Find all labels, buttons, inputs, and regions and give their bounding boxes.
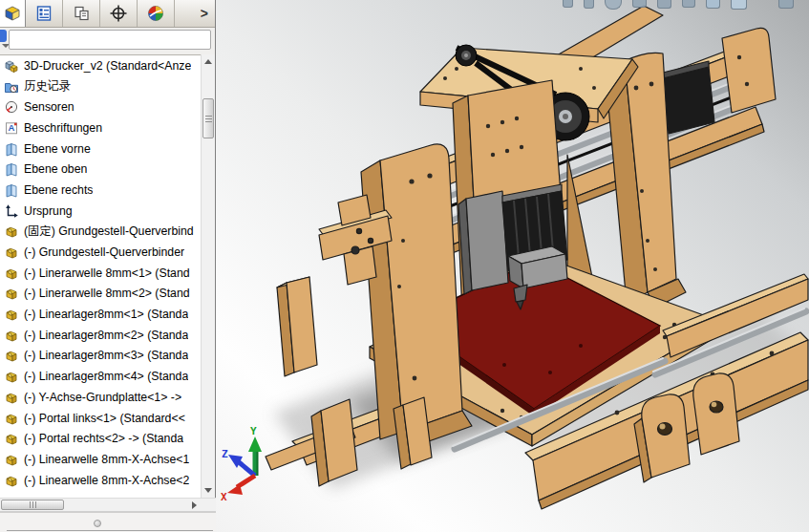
tree-item-sensors[interactable]: Sensoren — [0, 96, 215, 117]
tree-item-label: 历史记录 — [24, 78, 71, 95]
tree-item-part[interactable]: (-) Linearlager8mm<1> (Standa — [0, 304, 215, 325]
y-motor — [663, 61, 714, 134]
splitter-line — [7, 530, 213, 531]
tree-item-label: (固定) Grundgestell-Querverbind — [24, 223, 194, 240]
tab-dimxpert[interactable] — [100, 0, 138, 27]
feature-manager-panel: > 3D-Drucker_v2 (Standard<Anze 历史记录 Sens… — [0, 0, 216, 532]
display-manager-icon — [146, 4, 165, 23]
tree-item-assembly[interactable]: 3D-Drucker_v2 (Standard<Anze — [0, 55, 215, 76]
display-style-icon[interactable] — [778, 0, 794, 9]
scroll-right-icon[interactable] — [187, 499, 202, 511]
tree-item-part[interactable]: (-) Linearlager8mm<3> (Standa — [0, 346, 215, 367]
tree-item-part[interactable]: (-) Portal links<1> (Standard<< — [0, 408, 215, 429]
tab-property-manager[interactable] — [26, 0, 63, 27]
tree-horizontal-scrollbar[interactable] — [0, 498, 216, 512]
part-icon — [4, 307, 19, 322]
dimxpert-icon — [109, 4, 128, 23]
tree-item-history[interactable]: 历史记录 — [0, 76, 215, 97]
toolbar-icon[interactable] — [563, 0, 573, 8]
triad-z-label: Z — [222, 448, 228, 460]
tree-filter-input[interactable] — [9, 30, 211, 50]
tree-item-label: (-) Linearwelle 8mm-X-Achse<1 — [24, 453, 189, 466]
tree-item-label: Ebene oben — [24, 162, 87, 176]
tree-item-part[interactable]: (-) Y-Achse-Grundplatte<1> -> — [0, 387, 215, 408]
tree-item-label: Sensoren — [24, 100, 75, 114]
tree-item-label: (-) Portal links<1> (Standard<< — [24, 412, 185, 425]
solidworks-window: > 3D-Drucker_v2 (Standard<Anze 历史记录 Sens… — [0, 0, 809, 532]
scroll-down-icon[interactable] — [202, 483, 215, 498]
part-icon — [4, 411, 19, 426]
tab-overflow-arrow[interactable]: > — [201, 0, 208, 27]
assembly-icon — [4, 58, 19, 74]
plane-icon — [4, 161, 19, 177]
toolbar-icon[interactable] — [682, 0, 695, 8]
scrollbar-thumb[interactable] — [202, 98, 214, 138]
tree-vertical-scrollbar[interactable] — [201, 54, 215, 498]
toolbar-icon[interactable] — [584, 0, 594, 9]
tree-item-part[interactable]: (-) Linearlager8mm<4> (Standa — [0, 366, 215, 387]
printer-model: Y Z X — [216, 0, 809, 532]
triad-x-label: X — [221, 491, 227, 503]
origin-icon — [4, 203, 19, 219]
tab-configuration-manager[interactable] — [63, 0, 100, 27]
tree-item-label: (-) Linearlager8mm<1> (Standa — [24, 308, 188, 321]
headsup-view-toolbar[interactable] — [563, 0, 809, 10]
tree-item-label: (-) Grundgestell-Querverbinder — [24, 245, 184, 259]
tree-item-plane-front[interactable]: Ebene vorne — [0, 138, 215, 160]
zoom-icon[interactable] — [605, 0, 622, 10]
scrollbar-thumb[interactable] — [1, 500, 64, 510]
plane-icon — [4, 182, 19, 198]
tree-item-annotations[interactable]: Beschriftungen — [0, 117, 215, 138]
sensors-icon — [4, 99, 19, 115]
toolbar-icon[interactable] — [632, 0, 647, 8]
orientation-triad: Y Z X — [221, 425, 262, 503]
tree-item-plane-top[interactable]: Ebene oben — [0, 159, 215, 180]
tree-item-label: Ebene vorne — [24, 142, 91, 156]
tree-item-label: (-) Linearlager8mm<2> (Standa — [24, 329, 188, 342]
tree-item-plane-right[interactable]: Ebene rechts — [0, 180, 215, 201]
part-icon — [4, 390, 19, 405]
tree-item-part[interactable]: (-) Linerarwelle 8mm<1> (Stand — [0, 263, 215, 284]
tree-item-label: (-) Y-Achse-Grundplatte<1> -> — [24, 391, 181, 404]
tree-filter-row — [0, 27, 215, 54]
part-icon — [4, 452, 19, 467]
filter-icon[interactable] — [0, 30, 7, 42]
manager-tab-bar: > — [0, 0, 215, 28]
tree-item-label: 3D-Drucker_v2 (Standard<Anze — [24, 59, 191, 73]
part-icon — [4, 266, 19, 281]
tree-item-part[interactable]: (-) Linearwelle 8mm-X-Achse<2 — [0, 470, 215, 491]
tree-item-label: (-) Linearlager8mm<3> (Standa — [24, 349, 188, 362]
view-orientation-icon[interactable] — [731, 0, 747, 10]
tree-item-label: (-) Linerarwelle 8mm<2> (Stand — [24, 287, 190, 300]
splitter-handle-icon[interactable] — [94, 520, 101, 527]
tree-item-part[interactable]: (固定) Grundgestell-Querverbind — [0, 222, 215, 243]
toolbar-icon[interactable] — [657, 0, 671, 9]
tree-item-part[interactable]: (-) Grundgestell-Querverbinder — [0, 242, 215, 263]
tree-item-label: (-) Portal rechts<2> -> (Standa — [24, 432, 183, 445]
graphics-viewport[interactable]: Y Z X — [216, 0, 809, 532]
tree-item-part[interactable]: (-) Linearlager8mm<2> (Standa — [0, 325, 215, 346]
property-manager-icon — [34, 4, 53, 23]
scroll-up-icon[interactable] — [202, 54, 215, 69]
part-icon — [4, 369, 19, 384]
plane-icon — [4, 141, 19, 157]
tree-item-part[interactable]: (-) Linearwelle 8mm-X-Achse<1 — [0, 449, 215, 470]
toolbar-icon[interactable] — [706, 0, 720, 9]
tab-display-manager[interactable] — [138, 0, 175, 27]
part-icon — [4, 328, 19, 343]
tab-feature-tree[interactable] — [0, 0, 26, 27]
annotations-icon — [4, 120, 19, 136]
part-icon — [4, 473, 19, 488]
tree-item-part[interactable]: (-) Portal rechts<2> -> (Standa — [0, 428, 215, 449]
panel-splitter[interactable] — [0, 512, 216, 532]
tree-item-label: (-) Linerarwelle 8mm<1> (Stand — [24, 266, 190, 280]
tree-item-label: (-) Linearlager8mm<4> (Standa — [24, 370, 188, 383]
history-folder-icon — [4, 79, 19, 95]
part-icon — [4, 286, 19, 301]
tree-item-part[interactable]: (-) Linerarwelle 8mm<2> (Stand — [0, 284, 215, 305]
part-icon — [4, 348, 19, 363]
tree-item-label: Ebene rechts — [24, 183, 93, 197]
tree-item-origin[interactable]: Ursprung — [0, 201, 215, 222]
triad-y-label: Y — [250, 425, 257, 437]
tree-item-label: Ursprung — [24, 204, 73, 218]
